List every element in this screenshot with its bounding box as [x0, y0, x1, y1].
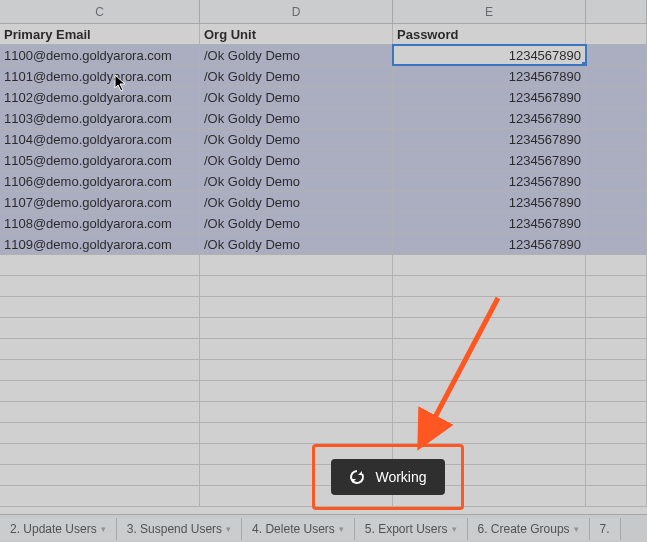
cell-password[interactable]: 1234567890 — [393, 171, 586, 191]
cell-blank[interactable] — [586, 171, 647, 191]
chevron-down-icon: ▾ — [226, 524, 231, 534]
cell-password[interactable]: 1234567890 — [393, 129, 586, 149]
table-row: 1109@demo.goldyarora.com /Ok Goldy Demo … — [0, 234, 647, 255]
cell-blank[interactable] — [586, 234, 647, 254]
table-header-row: Primary Email Org Unit Password — [0, 24, 647, 45]
table-row: 1107@demo.goldyarora.com /Ok Goldy Demo … — [0, 192, 647, 213]
table-empty-row — [0, 297, 647, 318]
cell-blank[interactable] — [586, 87, 647, 107]
cell-email[interactable]: 1105@demo.goldyarora.com — [0, 150, 200, 170]
cell-email[interactable]: 1109@demo.goldyarora.com — [0, 234, 200, 254]
cell-email[interactable]: 1102@demo.goldyarora.com — [0, 87, 200, 107]
cell-email[interactable]: 1106@demo.goldyarora.com — [0, 171, 200, 191]
annotation-highlight-box: Working — [312, 444, 464, 510]
header-password[interactable]: Password — [393, 24, 586, 44]
column-header-e[interactable]: E — [393, 0, 586, 23]
tab-label: 7. — [600, 522, 610, 536]
header-org-unit[interactable]: Org Unit — [200, 24, 393, 44]
table-empty-row — [0, 255, 647, 276]
cell-email[interactable]: 1101@demo.goldyarora.com — [0, 66, 200, 86]
table-row: 1104@demo.goldyarora.com /Ok Goldy Demo … — [0, 129, 647, 150]
sheet-tab-seven[interactable]: 7. — [590, 518, 621, 540]
cell-email[interactable]: 1103@demo.goldyarora.com — [0, 108, 200, 128]
table-row: 1103@demo.goldyarora.com /Ok Goldy Demo … — [0, 108, 647, 129]
column-header-blank[interactable] — [586, 0, 647, 23]
cell-password[interactable]: 1234567890 — [393, 192, 586, 212]
cell-org[interactable]: /Ok Goldy Demo — [200, 45, 393, 65]
sheet-tab-create-groups[interactable]: 6. Create Groups▾ — [468, 518, 590, 540]
cell-password[interactable]: 1234567890 — [393, 234, 586, 254]
cell-password[interactable]: 1234567890 — [393, 87, 586, 107]
tab-label: 4. Delete Users — [252, 522, 335, 536]
cell-blank[interactable] — [586, 66, 647, 86]
tab-label: 2. Update Users — [10, 522, 97, 536]
column-header-c[interactable]: C — [0, 0, 200, 23]
working-toast: Working — [331, 459, 444, 495]
cell-org[interactable]: /Ok Goldy Demo — [200, 192, 393, 212]
chevron-down-icon: ▾ — [574, 524, 579, 534]
cell-org[interactable]: /Ok Goldy Demo — [200, 108, 393, 128]
tab-label: 3. Suspend Users — [127, 522, 222, 536]
cell-org[interactable]: /Ok Goldy Demo — [200, 150, 393, 170]
cell-email[interactable]: 1104@demo.goldyarora.com — [0, 129, 200, 149]
cell-blank[interactable] — [586, 45, 647, 65]
toast-label: Working — [375, 469, 426, 485]
chevron-down-icon: ▾ — [339, 524, 344, 534]
cell-blank[interactable] — [586, 213, 647, 233]
spreadsheet-grid[interactable]: C D E Primary Email Org Unit Password 11… — [0, 0, 647, 520]
cell-blank[interactable] — [586, 150, 647, 170]
cell-email[interactable]: 1108@demo.goldyarora.com — [0, 213, 200, 233]
cell-password[interactable]: 1234567890 — [393, 213, 586, 233]
cell-email[interactable]: 1100@demo.goldyarora.com — [0, 45, 200, 65]
sheet-tab-suspend-users[interactable]: 3. Suspend Users▾ — [117, 518, 242, 540]
cell-org[interactable]: /Ok Goldy Demo — [200, 129, 393, 149]
cell-blank[interactable] — [586, 129, 647, 149]
table-empty-row — [0, 318, 647, 339]
cell-org[interactable]: /Ok Goldy Demo — [200, 66, 393, 86]
cell-password[interactable]: 1234567890 — [393, 66, 586, 86]
table-row: 1105@demo.goldyarora.com /Ok Goldy Demo … — [0, 150, 647, 171]
chevron-down-icon: ▾ — [101, 524, 106, 534]
cell-password[interactable]: 1234567890 — [393, 150, 586, 170]
table-row: 1108@demo.goldyarora.com /Ok Goldy Demo … — [0, 213, 647, 234]
table-empty-row — [0, 423, 647, 444]
cell-org[interactable]: /Ok Goldy Demo — [200, 171, 393, 191]
cell-org[interactable]: /Ok Goldy Demo — [200, 234, 393, 254]
table-row: 1101@demo.goldyarora.com /Ok Goldy Demo … — [0, 66, 647, 87]
cell-blank[interactable] — [586, 192, 647, 212]
table-empty-row — [0, 402, 647, 423]
table-row: 1100@demo.goldyarora.com /Ok Goldy Demo … — [0, 45, 647, 66]
table-empty-row — [0, 381, 647, 402]
sheet-tab-delete-users[interactable]: 4. Delete Users▾ — [242, 518, 355, 540]
cell-password-active[interactable]: 1234567890 — [393, 45, 586, 65]
cell-org[interactable]: /Ok Goldy Demo — [200, 87, 393, 107]
header-primary-email[interactable]: Primary Email — [0, 24, 200, 44]
sheet-tabstrip: 2. Update Users▾ 3. Suspend Users▾ 4. De… — [0, 514, 647, 542]
sheet-tab-export-users[interactable]: 5. Export Users▾ — [355, 518, 468, 540]
table-row: 1102@demo.goldyarora.com /Ok Goldy Demo … — [0, 87, 647, 108]
tab-label: 5. Export Users — [365, 522, 448, 536]
cell-blank[interactable] — [586, 24, 647, 44]
cell-email[interactable]: 1107@demo.goldyarora.com — [0, 192, 200, 212]
table-row: 1106@demo.goldyarora.com /Ok Goldy Demo … — [0, 171, 647, 192]
column-header-row: C D E — [0, 0, 647, 24]
column-header-d[interactable]: D — [200, 0, 393, 23]
cell-blank[interactable] — [586, 108, 647, 128]
chevron-down-icon: ▾ — [452, 524, 457, 534]
sheet-tab-update-users[interactable]: 2. Update Users▾ — [0, 518, 117, 540]
cell-password[interactable]: 1234567890 — [393, 108, 586, 128]
cell-org[interactable]: /Ok Goldy Demo — [200, 213, 393, 233]
table-empty-row — [0, 339, 647, 360]
tab-label: 6. Create Groups — [478, 522, 570, 536]
refresh-icon — [349, 469, 365, 485]
table-empty-row — [0, 276, 647, 297]
table-empty-row — [0, 360, 647, 381]
